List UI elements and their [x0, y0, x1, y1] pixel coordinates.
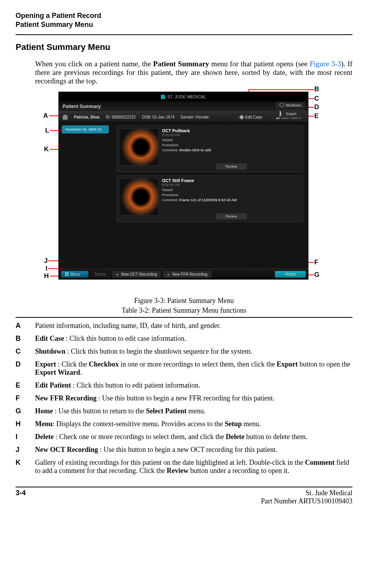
row-desc: Edit Case : Click this button to edit ca…	[35, 335, 352, 343]
callout-G: G	[314, 271, 320, 279]
table-row: HMenu: Displays the context-sensitive me…	[16, 420, 352, 428]
dob-value: 01-Jan-1974	[153, 115, 174, 119]
function-table: APatient information, including name, ID…	[16, 317, 352, 475]
row-label: D	[16, 360, 35, 377]
patient-name: Patricia, Shea	[74, 115, 100, 119]
date-column: November 02, 2009 (2)	[59, 122, 112, 263]
row-desc: New FFR Recording : Use this button to b…	[35, 394, 352, 402]
edit-case-button[interactable]: Edit Case	[237, 114, 265, 120]
callout-J: J	[44, 257, 48, 265]
table-row: BEdit Case : Click this button to edit c…	[16, 335, 352, 343]
section-title: Patient Summary Menu	[16, 42, 352, 52]
dob-label: DOB:	[142, 115, 151, 119]
date-chip[interactable]: November 02, 2009 (2)	[62, 126, 109, 133]
new-ffr-button[interactable]: New FFR Recording	[163, 271, 211, 278]
row-desc: Patient information, including name, ID,…	[35, 322, 352, 330]
review-button[interactable]: Review	[216, 213, 247, 220]
table-row: IDelete : Check one or more recordings t…	[16, 433, 352, 441]
intro-bold: Patient Summary	[153, 60, 209, 68]
table-row: KGallery of existing recordings for this…	[16, 459, 352, 475]
footer-company: St. Jude Medical	[306, 489, 352, 497]
rec-time: 8:32:44 AM	[162, 183, 301, 187]
id-label: ID:	[106, 115, 111, 119]
export-button[interactable]: Export	[276, 110, 305, 118]
callout-line-Bh	[248, 89, 314, 90]
menu-button[interactable]: Menu ⌃	[61, 271, 88, 278]
rec-vessel: Vessel:	[162, 138, 301, 142]
rec-proc: Procedure:	[162, 143, 301, 147]
callout-I: I	[45, 265, 48, 273]
recording-card[interactable]: OCT Still Frame 8:32:44 AM Vessel: Proce…	[116, 175, 303, 222]
figure-crossref[interactable]: Figure 3-3	[310, 60, 341, 68]
callout-C: C	[314, 95, 319, 103]
review-button[interactable]: Review	[216, 163, 247, 170]
intro-text-c: menu for that patient opens (see	[209, 60, 310, 68]
row-desc: Delete : Check one or more recordings to…	[35, 433, 352, 441]
rec-title: OCT Still Frame	[162, 178, 301, 183]
brand-icon	[161, 95, 165, 99]
recording-thumbnail	[119, 178, 159, 216]
shutdown-label: Shutdown	[285, 103, 301, 107]
menu-grid-icon	[65, 272, 69, 276]
callout-B: B	[314, 85, 319, 93]
new-oct-button[interactable]: New OCT Recording	[112, 271, 161, 278]
date-chip-date: November 02, 2009	[65, 128, 96, 131]
figure-container: A L K B C D E F G J I H ST. JUDE MEDICAL…	[35, 88, 335, 294]
callout-L: L	[45, 127, 49, 135]
table-row: JNew OCT Recording : Use this button to …	[16, 446, 352, 454]
table-rule	[16, 317, 352, 318]
recording-thumbnail	[119, 128, 159, 166]
footer-rule	[16, 487, 352, 487]
intro-paragraph: When you click on a patient name, the Pa…	[35, 60, 352, 85]
id-value: 00000222222	[112, 115, 136, 119]
menu-label: Menu	[70, 272, 80, 276]
page-footer: 3-4 St. Jude Medical Part Number ARTUS10…	[16, 489, 352, 505]
running-head-2: Patient Summary Menu	[16, 21, 352, 29]
row-label: K	[16, 459, 35, 475]
row-label: C	[16, 347, 35, 356]
shutdown-button[interactable]: Shutdown	[276, 102, 305, 108]
export-label: Export	[286, 112, 296, 116]
row-label: B	[16, 335, 35, 343]
figure-caption: Figure 3-3: Patient Summary Menu	[16, 297, 352, 305]
gender-label: Gender:	[181, 115, 195, 119]
header-rule	[16, 34, 352, 35]
row-desc: Edit Patient : Click this button to edit…	[35, 381, 352, 390]
row-desc: Export : Click the Checkbox in one or mo…	[35, 360, 352, 377]
row-label: G	[16, 407, 35, 415]
row-desc: Gallery of existing recordings for this …	[35, 459, 352, 475]
row-desc: Shutdown : Click this button to begin th…	[35, 347, 352, 356]
gender-value: Female	[196, 115, 209, 119]
plus-icon	[167, 273, 171, 276]
plus-icon	[116, 273, 120, 276]
callout-D: D	[314, 103, 319, 111]
delete-button[interactable]: Delete	[91, 271, 110, 278]
row-label: J	[16, 446, 35, 454]
page-title-row: Patient Summary	[59, 101, 308, 112]
table-caption: Table 3-2: Patient Summary Menu function…	[16, 306, 352, 315]
rec-comment-l: Comment:	[162, 148, 178, 152]
rec-vessel: Vessel:	[162, 188, 301, 192]
export-icon	[280, 110, 285, 117]
pencil-icon	[239, 115, 245, 120]
rec-title: OCT Pullback	[162, 128, 301, 133]
brand-bar: ST. JUDE MEDICAL	[59, 92, 308, 101]
home-button[interactable]: Home	[275, 271, 306, 278]
rec-time: 8:32:43 AM	[162, 133, 301, 137]
person-icon	[63, 115, 68, 120]
page-title: Patient Summary	[63, 104, 101, 109]
rec-comment-l: Comment:	[162, 198, 178, 202]
new-ffr-label: New FFR Recording	[172, 272, 208, 276]
table-row: GHome : Use this button to return to the…	[16, 407, 352, 415]
callout-K: K	[44, 145, 49, 153]
table-row: FNew FFR Recording : Use this button to …	[16, 394, 352, 402]
recording-card[interactable]: OCT Pullback 8:32:43 AM Vessel: Procedur…	[116, 126, 303, 172]
screenshot: ST. JUDE MEDICAL Shutdown Export Patient…	[58, 92, 308, 280]
callout-A: A	[43, 112, 48, 120]
row-label: I	[16, 433, 35, 441]
footer-part: Part Number ARTUS100109403	[261, 497, 352, 505]
brand-text: ST. JUDE MEDICAL	[167, 94, 206, 99]
table-row: CShutdown : Click this button to begin t…	[16, 347, 352, 356]
row-desc: New OCT Recording : Use this button to b…	[35, 446, 352, 454]
row-desc: Home : Use this button to return to the …	[35, 407, 352, 415]
